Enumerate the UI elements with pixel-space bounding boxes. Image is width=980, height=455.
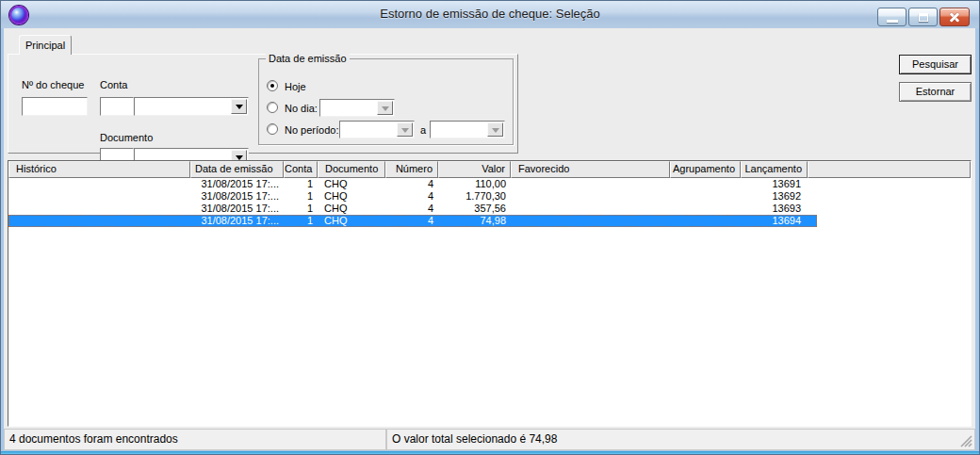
cell-documento: CHQ bbox=[318, 215, 385, 227]
column-header-historico[interactable]: Histórico bbox=[8, 161, 190, 178]
date-emission-groupbox: Data de emissão Hoje No dia: No período: bbox=[258, 58, 514, 145]
table-row[interactable]: 31/08/2015 17:... 1 CHQ 4 1.770,30 13692 bbox=[8, 190, 971, 203]
window-title: Estorno de emissão de cheque: Seleção bbox=[1, 7, 979, 21]
resize-grip[interactable] bbox=[960, 435, 972, 447]
cell-numero: 4 bbox=[385, 190, 438, 203]
chevron-down-icon bbox=[382, 106, 389, 115]
cheque-label: Nº do cheque bbox=[22, 79, 84, 90]
cell-conta: 1 bbox=[284, 215, 318, 227]
minimize-button[interactable] bbox=[877, 8, 906, 26]
cell-numero: 4 bbox=[385, 203, 438, 215]
conta-label: Conta bbox=[100, 79, 127, 90]
periodo-to-date-combo[interactable] bbox=[430, 121, 505, 138]
column-header-filler bbox=[808, 161, 971, 178]
cell-favorecido bbox=[511, 190, 670, 203]
table-row[interactable]: 31/08/2015 17:... 1 CHQ 4 357,56 13693 bbox=[8, 203, 971, 215]
status-selected-total: O valor total selecionado é 74,98 bbox=[386, 429, 975, 450]
cell-conta: 1 bbox=[284, 203, 318, 215]
maximize-button[interactable] bbox=[908, 8, 938, 26]
cell-historico bbox=[8, 190, 190, 203]
app-window: Estorno de emissão de cheque: Seleção Pr… bbox=[0, 0, 980, 455]
cell-historico bbox=[8, 203, 190, 215]
documento-label: Documento bbox=[100, 132, 153, 143]
radio-hoje-label: Hoje bbox=[285, 81, 306, 92]
column-header-numero[interactable]: Número bbox=[385, 161, 438, 178]
cell-conta: 1 bbox=[284, 178, 318, 190]
chevron-down-icon bbox=[492, 128, 499, 137]
cell-lancamento: 13692 bbox=[741, 190, 808, 203]
table-row[interactable]: 31/08/2015 17:... 1 CHQ 4 110,00 13691 bbox=[8, 178, 971, 190]
periodo-from-combo-arrow-button[interactable] bbox=[397, 122, 413, 137]
close-icon bbox=[948, 11, 961, 23]
chevron-down-icon bbox=[401, 128, 409, 137]
tab-principal[interactable]: Principal bbox=[19, 35, 72, 55]
cell-lancamento: 13693 bbox=[741, 203, 808, 215]
conta-combo-arrow-button[interactable] bbox=[231, 99, 247, 114]
results-grid: Histórico Data de emissão Conta Document… bbox=[8, 160, 972, 427]
radio-no-periodo[interactable] bbox=[267, 123, 278, 135]
cell-spacer bbox=[808, 178, 817, 190]
radio-no-dia-label: No dia: bbox=[285, 103, 318, 114]
estornar-button[interactable]: Estornar bbox=[899, 82, 972, 102]
conta-code-input[interactable] bbox=[100, 97, 134, 116]
periodo-to-combo-arrow-button[interactable] bbox=[487, 122, 503, 137]
periodo-from-date-combo[interactable] bbox=[339, 121, 415, 138]
cell-favorecido bbox=[511, 178, 670, 190]
grid-header-row: Histórico Data de emissão Conta Document… bbox=[8, 161, 971, 178]
cell-spacer bbox=[808, 215, 817, 227]
chevron-down-icon bbox=[236, 105, 243, 113]
status-documents-count: 4 documentos foram encontrados bbox=[4, 429, 386, 450]
radio-no-periodo-label: No período: bbox=[285, 124, 338, 136]
cell-conta: 1 bbox=[284, 190, 318, 203]
cell-spacer bbox=[808, 190, 817, 203]
column-header-documento[interactable]: Documento bbox=[318, 161, 385, 178]
cell-data-emissao: 31/08/2015 17:... bbox=[190, 203, 284, 215]
maximize-icon bbox=[919, 13, 928, 22]
column-header-conta[interactable]: Conta bbox=[284, 161, 318, 178]
cell-agrupamento bbox=[670, 215, 741, 227]
column-header-favorecido[interactable]: Favorecido bbox=[511, 161, 670, 178]
cell-valor: 1.770,30 bbox=[438, 190, 511, 203]
column-header-lancamento[interactable]: Lançamento bbox=[741, 161, 808, 178]
column-header-data-emissao[interactable]: Data de emissão bbox=[190, 161, 284, 178]
cell-data-emissao: 31/08/2015 17:... bbox=[190, 190, 284, 203]
cell-valor: 74,98 bbox=[438, 215, 511, 227]
cell-agrupamento bbox=[670, 203, 741, 215]
cell-valor: 110,00 bbox=[438, 178, 511, 190]
periodo-separator-label: a bbox=[420, 124, 426, 136]
cell-agrupamento bbox=[670, 190, 741, 203]
caption-buttons bbox=[877, 8, 970, 26]
minimize-icon bbox=[887, 20, 898, 23]
radio-hoje[interactable] bbox=[267, 80, 278, 91]
cell-spacer bbox=[808, 203, 817, 215]
cell-valor: 357,56 bbox=[438, 203, 511, 215]
titlebar[interactable]: Estorno de emissão de cheque: Seleção bbox=[1, 1, 979, 28]
cell-agrupamento bbox=[670, 178, 741, 190]
pesquisar-button[interactable]: Pesquisar bbox=[899, 55, 972, 74]
cheque-input[interactable] bbox=[22, 97, 88, 116]
column-header-agrupamento[interactable]: Agrupamento bbox=[670, 161, 741, 178]
cell-data-emissao: 31/08/2015 17:... bbox=[190, 215, 284, 227]
cell-data-emissao: 31/08/2015 17:... bbox=[190, 178, 284, 190]
close-button[interactable] bbox=[939, 8, 970, 26]
cell-historico bbox=[8, 178, 190, 190]
cell-lancamento: 13691 bbox=[741, 178, 808, 190]
cell-documento: CHQ bbox=[318, 190, 385, 203]
client-area: Principal Nº do cheque Conta Documento D… bbox=[4, 28, 975, 450]
tab-page-principal: Nº do cheque Conta Documento Data de emi… bbox=[8, 54, 518, 154]
cell-favorecido bbox=[511, 203, 670, 215]
radio-no-dia[interactable] bbox=[267, 102, 278, 113]
date-emission-group-title: Data de emissão bbox=[266, 53, 350, 64]
conta-combo[interactable] bbox=[134, 97, 249, 116]
cell-documento: CHQ bbox=[318, 203, 385, 215]
column-header-valor[interactable]: Valor bbox=[438, 161, 511, 178]
table-row-selected[interactable]: 31/08/2015 17:... 1 CHQ 4 74,98 13694 bbox=[8, 215, 971, 227]
status-selected-total-text: O valor total selecionado é 74,98 bbox=[392, 432, 557, 446]
cell-numero: 4 bbox=[385, 178, 438, 190]
cell-documento: CHQ bbox=[318, 178, 385, 190]
no-dia-combo-arrow-button[interactable] bbox=[377, 101, 393, 115]
no-dia-date-combo[interactable] bbox=[319, 99, 395, 117]
status-bar: 4 documentos foram encontrados O valor t… bbox=[4, 429, 975, 450]
cell-favorecido bbox=[511, 215, 670, 227]
cell-numero: 4 bbox=[385, 215, 438, 227]
